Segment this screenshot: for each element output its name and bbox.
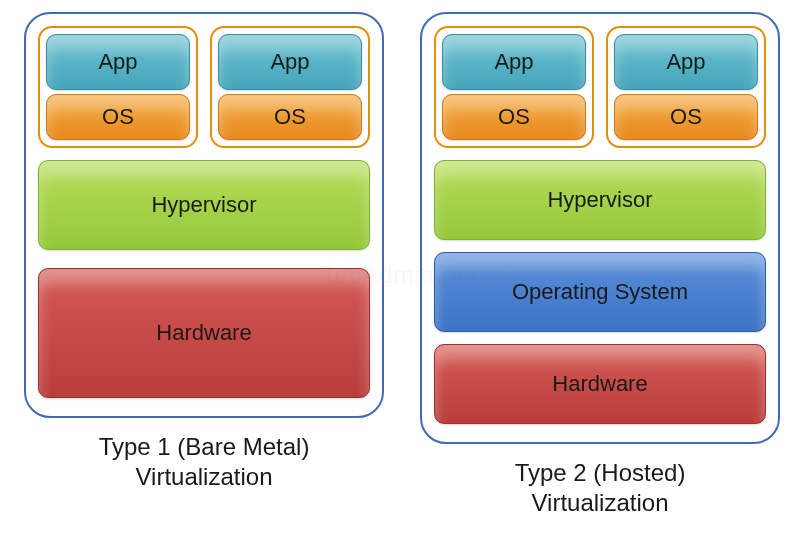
type2-panel: App OS App OS Hypervisor Operating Syste… <box>420 12 780 444</box>
caption-line2: Virtualization <box>420 488 780 518</box>
hypervisor-block: Hypervisor <box>434 160 766 240</box>
os-block: OS <box>46 94 190 140</box>
os-block: OS <box>614 94 758 140</box>
type1-vm-row: App OS App OS <box>38 26 370 148</box>
type1-vm-2: App OS <box>210 26 370 148</box>
type1-caption: Type 1 (Bare Metal) Virtualization <box>24 432 384 492</box>
diagram-columns: App OS App OS Hypervisor Hardware Type 1… <box>0 0 801 518</box>
type2-vm-row: App OS App OS <box>434 26 766 148</box>
caption-line1: Type 2 (Hosted) <box>420 458 780 488</box>
type1-panel: App OS App OS Hypervisor Hardware <box>24 12 384 418</box>
os-block: OS <box>218 94 362 140</box>
hardware-block: Hardware <box>38 268 370 398</box>
type2-vm-1: App OS <box>434 26 594 148</box>
app-block: App <box>46 34 190 90</box>
app-block: App <box>218 34 362 90</box>
hardware-block: Hardware <box>434 344 766 424</box>
type2-caption: Type 2 (Hosted) Virtualization <box>420 458 780 518</box>
os-block: OS <box>442 94 586 140</box>
type2-vm-2: App OS <box>606 26 766 148</box>
app-block: App <box>442 34 586 90</box>
hypervisor-block: Hypervisor <box>38 160 370 250</box>
caption-line2: Virtualization <box>24 462 384 492</box>
app-block: App <box>614 34 758 90</box>
caption-line1: Type 1 (Bare Metal) <box>24 432 384 462</box>
type1-vm-1: App OS <box>38 26 198 148</box>
host-os-block: Operating System <box>434 252 766 332</box>
type1-column: App OS App OS Hypervisor Hardware Type 1… <box>24 12 384 518</box>
type2-column: App OS App OS Hypervisor Operating Syste… <box>420 12 780 518</box>
